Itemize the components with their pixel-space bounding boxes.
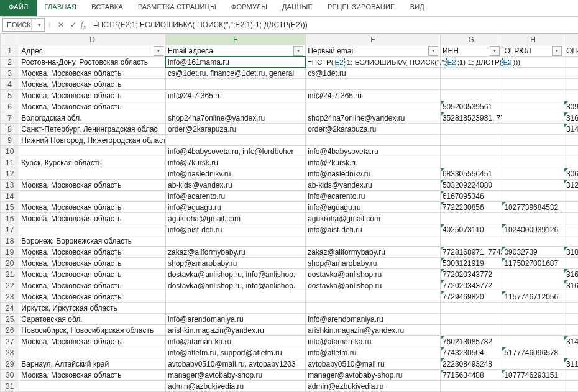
cell-D3[interactable]: Москва, Московская область — [19, 68, 166, 79]
cell-F20[interactable]: shop@amarobaby.ru — [306, 258, 441, 269]
cell-F13[interactable]: ab-kids@yandex.ru — [306, 180, 441, 191]
cell-F12[interactable]: info@naslednikv.ru — [306, 168, 441, 180]
cell-E14[interactable]: info@acarento.ru — [165, 191, 305, 202]
cell-F4[interactable] — [306, 79, 441, 90]
cell-F6[interactable] — [306, 101, 441, 112]
cell-E25[interactable]: info@arendomaniya.ru — [165, 314, 305, 325]
cell-D15[interactable]: Москва, Московская область — [19, 202, 166, 213]
row-header-3[interactable]: 3 — [1, 68, 19, 79]
col-header-D[interactable]: D — [19, 34, 166, 45]
cell-E23[interactable] — [165, 291, 305, 303]
cell-D14[interactable] — [19, 191, 166, 202]
cell-D16[interactable]: Москва, Московская область — [19, 213, 166, 224]
row-header-9[interactable]: 9 — [1, 135, 19, 146]
cell-I9[interactable] — [564, 135, 578, 146]
cell-D28[interactable] — [19, 347, 166, 358]
cell-H29[interactable] — [502, 358, 564, 370]
filter-dropdown-icon[interactable]: ▾ — [154, 46, 163, 56]
cell-G19[interactable]: 7728168971, 7743 — [440, 247, 502, 258]
cell-G24[interactable] — [440, 303, 502, 314]
cell-E4[interactable] — [165, 79, 305, 90]
cell-I16[interactable] — [564, 213, 578, 224]
cell-G18[interactable] — [440, 235, 502, 247]
cell-E31[interactable]: admin@azbukivedia.ru — [165, 381, 305, 392]
cell-G21[interactable]: 772020343772 — [440, 269, 502, 280]
cell-E7[interactable]: shop24na7online@yandex.ru — [165, 112, 305, 124]
cell-I12[interactable]: 30668293540001 — [564, 168, 578, 180]
cell-D26[interactable]: Новосибирск, Новосибирская область — [19, 325, 166, 336]
cell-F9[interactable] — [306, 135, 441, 146]
col-header-E[interactable]: E — [165, 34, 305, 45]
cell-I19[interactable]: 31077462490122 — [564, 247, 578, 258]
cell-H22[interactable] — [502, 280, 564, 291]
cell-H21[interactable] — [502, 269, 564, 280]
cell-H3[interactable] — [502, 68, 564, 79]
cell-I7[interactable]: 31697460064407 — [564, 112, 578, 124]
cell-D31[interactable] — [19, 381, 166, 392]
cell-D13[interactable]: Москва, Московская область — [19, 180, 166, 191]
cell-G13[interactable]: 503209224080 — [440, 180, 502, 191]
cell-G23[interactable]: 7729469820 — [440, 291, 502, 303]
cell-E19[interactable]: zakaz@allformybaby.ru — [165, 247, 305, 258]
row-header-17[interactable]: 17 — [1, 224, 19, 235]
cell-D2[interactable]: Ростов-на-Дону, Ростовская область — [19, 57, 166, 68]
cell-E3[interactable]: cs@1det.ru, finance@1det.ru, general — [165, 68, 305, 79]
select-all-corner[interactable] — [1, 34, 19, 45]
row-header-25[interactable]: 25 — [1, 314, 19, 325]
cell-I8[interactable]: 31447061540001 — [564, 124, 578, 135]
cell-D17[interactable] — [19, 224, 166, 235]
filter-dropdown-icon[interactable]: ▾ — [428, 46, 438, 56]
cell-E18[interactable] — [165, 235, 305, 247]
cell-G4[interactable] — [440, 79, 502, 90]
row-header-12[interactable]: 12 — [1, 168, 19, 180]
header-cell-first-email[interactable]: Первый email▾ — [306, 45, 441, 57]
tab-view[interactable]: ВИД — [403, 0, 432, 16]
cell-D27[interactable]: Москва, Московская область — [19, 336, 166, 347]
cell-I25[interactable] — [564, 314, 578, 325]
header-cell-ogrul[interactable]: ОГРЮЛ▾ — [502, 45, 564, 57]
filter-dropdown-icon[interactable]: ▾ — [293, 46, 303, 56]
cell-H6[interactable] — [502, 101, 564, 112]
cell-I14[interactable] — [564, 191, 578, 202]
header-cell-inn[interactable]: ИНН▾ — [440, 45, 502, 57]
cell-D30[interactable]: Москва, Московская область — [19, 370, 166, 381]
cell-E20[interactable]: shop@amarobaby.ru — [165, 258, 305, 269]
cell-I5[interactable] — [564, 90, 578, 101]
cell-F5[interactable]: inf@24-7-365.ru — [306, 90, 441, 101]
cell-I27[interactable]: 31476020870001 — [564, 336, 578, 347]
cell-E30[interactable]: manager@avtobaby-shop.ru — [165, 370, 305, 381]
spreadsheet-grid[interactable]: D E F G H I 1 Адрес▾ Email адреса▾ Первы… — [0, 34, 578, 392]
cell-H4[interactable] — [502, 79, 564, 90]
cell-E17[interactable]: info@aist-deti.ru — [165, 224, 305, 235]
cell-I4[interactable] — [564, 79, 578, 90]
cell-F8[interactable]: order@2karapuza.ru — [306, 124, 441, 135]
cell-H5[interactable] — [502, 90, 564, 101]
cell-G31[interactable] — [440, 381, 502, 392]
row-header-22[interactable]: 22 — [1, 280, 19, 291]
cell-D29[interactable]: Барнаул, Алтайский край — [19, 358, 166, 370]
cell-H20[interactable]: 1175027001687 — [502, 258, 564, 269]
cell-I31[interactable] — [564, 381, 578, 392]
cell-G6[interactable]: 505200539561 — [440, 101, 502, 112]
cell-I13[interactable]: 31277462610147 — [564, 180, 578, 191]
cell-E2[interactable]: info@161mama.ru — [165, 57, 305, 68]
filter-dropdown-icon[interactable]: ▾ — [552, 46, 562, 56]
cell-G22[interactable]: 772020343772 — [440, 280, 502, 291]
cell-H28[interactable]: 5177746096578 — [502, 347, 564, 358]
cell-G28[interactable]: 7743230504 — [440, 347, 502, 358]
cell-G17[interactable]: 4025073110 — [440, 224, 502, 235]
row-header-8[interactable]: 8 — [1, 124, 19, 135]
row-header-2[interactable]: 2 — [1, 57, 19, 68]
cell-D9[interactable]: Нижний Новгород, Нижегородская область — [19, 135, 166, 146]
row-header-15[interactable]: 15 — [1, 202, 19, 213]
cell-G26[interactable] — [440, 325, 502, 336]
row-header-5[interactable]: 5 — [1, 90, 19, 101]
row-header-29[interactable]: 29 — [1, 358, 19, 370]
cell-F18[interactable] — [306, 235, 441, 247]
cell-H9[interactable] — [502, 135, 564, 146]
row-header-20[interactable]: 20 — [1, 258, 19, 269]
cell-F21[interactable]: dostavka@anlishop.ru — [306, 269, 441, 280]
cell-F11[interactable]: info@7kursk.ru — [306, 157, 441, 168]
cell-I18[interactable] — [564, 235, 578, 247]
cell-I22[interactable]: 31677460051941 — [564, 280, 578, 291]
